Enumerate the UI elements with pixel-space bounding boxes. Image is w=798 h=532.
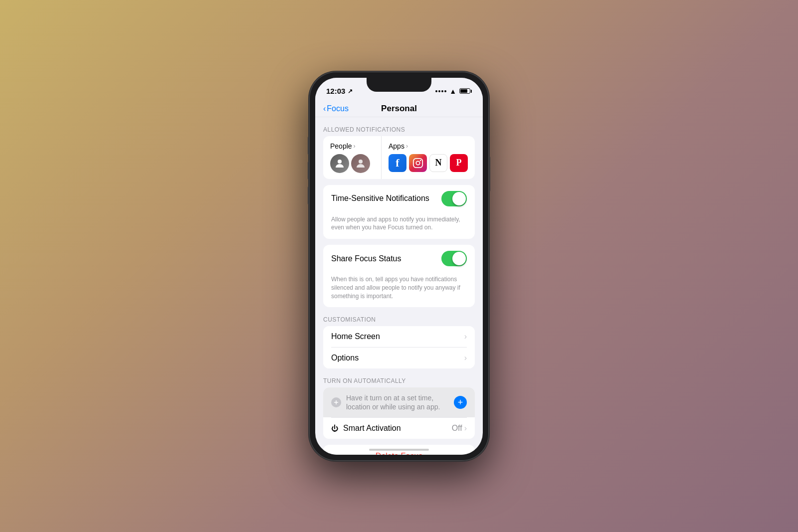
options-chevron: ›: [464, 354, 467, 362]
home-screen-row[interactable]: Home Screen ›: [323, 326, 475, 347]
add-auto-icon: [331, 397, 341, 407]
time-sensitive-description: Allow people and apps to notify you imme…: [323, 212, 475, 239]
apps-chevron: ›: [406, 143, 408, 150]
pinterest-icon: P: [450, 154, 468, 172]
app-icons-row: f N: [389, 154, 468, 172]
facebook-icon: f: [389, 154, 406, 172]
svg-point-3: [416, 161, 419, 165]
signal-dot-3: [441, 90, 443, 92]
notch: [367, 78, 431, 92]
back-button[interactable]: ‹ Focus: [323, 104, 349, 113]
smart-activation-value: Off: [452, 424, 462, 433]
turn-on-auto-header: TURN ON AUTOMATICALLY: [315, 368, 483, 387]
apps-card[interactable]: Apps › f: [382, 136, 475, 179]
delete-focus-label: Delete Focus: [376, 452, 422, 455]
share-focus-toggle[interactable]: [441, 251, 467, 266]
auto-card: Have it turn on at a set time, location …: [323, 387, 475, 439]
back-label[interactable]: Focus: [327, 104, 349, 113]
add-button[interactable]: +: [454, 396, 467, 409]
smart-activation-right: Off ›: [452, 424, 467, 433]
apps-card-title: Apps ›: [389, 142, 468, 150]
smart-activation-label: Smart Activation: [343, 424, 401, 433]
screen-inner: 12:03 ↗ ▲: [315, 78, 483, 455]
wifi-icon: ▲: [449, 87, 456, 95]
home-screen-label: Home Screen: [331, 332, 380, 341]
signal-dot-1: [435, 90, 437, 92]
smart-activation-power-icon: ⏻: [331, 424, 338, 432]
svg-point-4: [420, 160, 421, 161]
svg-point-1: [359, 160, 363, 164]
battery-icon: [459, 88, 472, 94]
options-row[interactable]: Options ›: [323, 348, 475, 368]
smart-activation-row[interactable]: ⏻ Smart Activation Off ›: [323, 418, 475, 439]
apps-label: Apps: [389, 142, 404, 150]
add-icon: +: [458, 398, 463, 407]
add-auto-text: Have it turn on at a set time, location …: [346, 393, 454, 411]
smart-activation-left: ⏻ Smart Activation: [331, 424, 401, 433]
share-focus-card: Share Focus Status When this is on, tell…: [323, 245, 475, 307]
signal-dot-4: [444, 90, 446, 92]
svg-rect-2: [413, 158, 422, 167]
people-card[interactable]: People ›: [323, 136, 382, 179]
time-sensitive-label: Time-Sensitive Notifications: [331, 194, 429, 203]
share-focus-toggle-row: Share Focus Status: [323, 245, 475, 272]
people-avatars: [330, 154, 374, 173]
options-label: Options: [331, 354, 359, 362]
avatar-person1: [330, 154, 349, 173]
people-card-title: People ›: [330, 142, 374, 150]
location-icon: ↗: [348, 88, 353, 95]
share-focus-toggle-thumb: [452, 252, 466, 265]
spacer-2: [315, 239, 483, 245]
page-title: Personal: [381, 104, 417, 114]
avatar-person2: [351, 154, 370, 173]
time-sensitive-card: Time-Sensitive Notifications Allow peopl…: [323, 185, 475, 239]
share-focus-label: Share Focus Status: [331, 254, 401, 263]
time-sensitive-toggle[interactable]: [441, 191, 467, 206]
instagram-icon: [409, 154, 427, 172]
signal-icon: [435, 90, 446, 92]
people-chevron: ›: [354, 143, 356, 150]
spacer-1: [315, 179, 483, 185]
people-label: People: [330, 142, 352, 150]
navigation-bar: ‹ Focus Personal: [315, 100, 483, 117]
svg-point-0: [338, 160, 342, 164]
time-sensitive-toggle-thumb: [452, 192, 466, 205]
customisation-card: Home Screen › Options ›: [323, 326, 475, 368]
allowed-notifications-row: People ›: [323, 136, 475, 179]
time-sensitive-toggle-row: Time-Sensitive Notifications: [323, 185, 475, 212]
add-auto-row[interactable]: Have it turn on at a set time, location …: [323, 387, 475, 417]
status-icons: ▲: [435, 87, 472, 95]
spacer-3: [315, 439, 483, 445]
signal-dot-2: [438, 90, 440, 92]
phone-device: 12:03 ↗ ▲: [309, 72, 489, 461]
status-time: 12:03 ↗: [326, 87, 353, 95]
time-display: 12:03: [326, 87, 345, 95]
allowed-notifications-header: ALLOWED NOTIFICATIONS: [315, 117, 483, 136]
share-focus-description: When this is on, tell apps you have noti…: [323, 272, 475, 307]
customisation-header: CUSTOMISATION: [315, 307, 483, 326]
home-screen-chevron: ›: [464, 332, 467, 341]
add-auto-row-left: Have it turn on at a set time, location …: [331, 393, 454, 411]
smart-activation-chevron: ›: [464, 424, 467, 433]
scrollable-content[interactable]: ALLOWED NOTIFICATIONS People ›: [315, 117, 483, 455]
phone-screen: 12:03 ↗ ▲: [315, 78, 483, 455]
back-chevron: ‹: [323, 104, 326, 113]
home-indicator: [369, 449, 429, 451]
notion-icon: N: [429, 154, 447, 172]
